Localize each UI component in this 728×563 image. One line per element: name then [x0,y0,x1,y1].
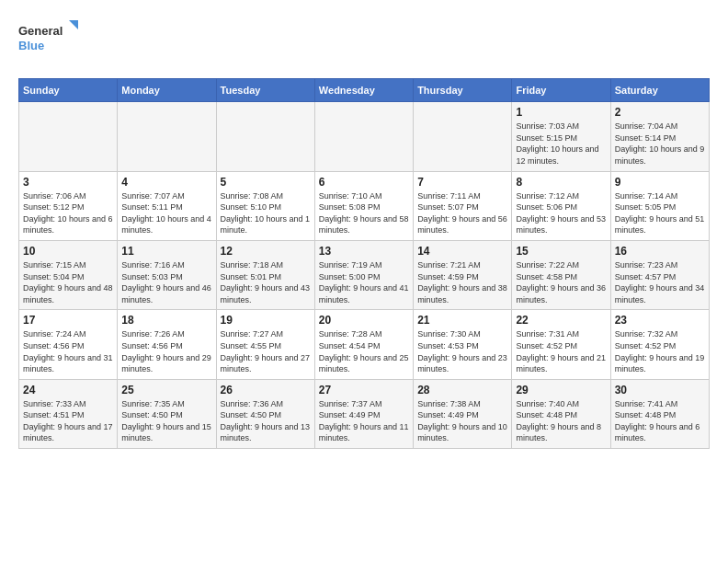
calendar-cell: 2Sunrise: 7:04 AM Sunset: 5:14 PM Daylig… [610,102,709,171]
calendar-body: 1Sunrise: 7:03 AM Sunset: 5:15 PM Daylig… [19,102,710,449]
logo-text: General Blue [18,18,83,63]
day-info: Sunrise: 7:27 AM Sunset: 4:55 PM Dayligh… [221,328,311,374]
day-info: Sunrise: 7:36 AM Sunset: 4:50 PM Dayligh… [221,398,311,444]
day-info: Sunrise: 7:07 AM Sunset: 5:11 PM Dayligh… [121,190,211,236]
day-info: Sunrise: 7:33 AM Sunset: 4:51 PM Dayligh… [23,398,113,444]
day-number: 8 [516,176,606,189]
day-number: 14 [417,245,507,258]
calendar-week-4: 17Sunrise: 7:24 AM Sunset: 4:56 PM Dayli… [19,310,710,379]
day-number: 13 [319,245,409,258]
header-row: SundayMondayTuesdayWednesdayThursdayFrid… [19,79,710,102]
calendar-cell: 10Sunrise: 7:15 AM Sunset: 5:04 PM Dayli… [19,240,118,309]
calendar-cell: 9Sunrise: 7:14 AM Sunset: 5:05 PM Daylig… [610,171,709,240]
calendar-header: SundayMondayTuesdayWednesdayThursdayFrid… [19,79,710,102]
calendar-cell: 17Sunrise: 7:24 AM Sunset: 4:56 PM Dayli… [19,310,118,379]
day-info: Sunrise: 7:26 AM Sunset: 4:56 PM Dayligh… [121,328,211,374]
day-number: 2 [615,106,705,119]
day-info: Sunrise: 7:37 AM Sunset: 4:49 PM Dayligh… [319,398,409,444]
calendar-cell [19,102,118,171]
day-info: Sunrise: 7:03 AM Sunset: 5:15 PM Dayligh… [516,121,606,167]
day-info: Sunrise: 7:15 AM Sunset: 5:04 PM Dayligh… [23,259,113,305]
calendar-cell [216,102,314,171]
svg-text:General: General [18,24,63,38]
column-header-sunday: Sunday [19,79,118,102]
calendar-week-1: 1Sunrise: 7:03 AM Sunset: 5:15 PM Daylig… [19,102,710,171]
day-info: Sunrise: 7:22 AM Sunset: 4:58 PM Dayligh… [516,259,606,305]
calendar-cell: 13Sunrise: 7:19 AM Sunset: 5:00 PM Dayli… [314,240,413,309]
calendar-week-2: 3Sunrise: 7:06 AM Sunset: 5:12 PM Daylig… [19,171,710,240]
day-info: Sunrise: 7:19 AM Sunset: 5:00 PM Dayligh… [319,259,409,305]
day-info: Sunrise: 7:40 AM Sunset: 4:48 PM Dayligh… [516,398,606,444]
calendar-cell: 21Sunrise: 7:30 AM Sunset: 4:53 PM Dayli… [414,310,512,379]
svg-text:Blue: Blue [18,39,44,52]
calendar-cell: 5Sunrise: 7:08 AM Sunset: 5:10 PM Daylig… [216,171,314,240]
calendar-cell [118,102,216,171]
day-info: Sunrise: 7:14 AM Sunset: 5:05 PM Dayligh… [615,190,705,236]
day-number: 6 [319,176,409,189]
day-number: 20 [319,314,409,327]
logo: General Blue [18,18,83,63]
column-header-monday: Monday [118,79,216,102]
logo-svg: General Blue [18,18,83,60]
calendar-cell: 28Sunrise: 7:38 AM Sunset: 4:49 PM Dayli… [414,379,512,448]
column-header-wednesday: Wednesday [314,79,413,102]
svg-marker-2 [69,20,78,29]
calendar-cell: 8Sunrise: 7:12 AM Sunset: 5:06 PM Daylig… [512,171,610,240]
day-number: 16 [615,245,705,258]
calendar-cell: 19Sunrise: 7:27 AM Sunset: 4:55 PM Dayli… [216,310,314,379]
day-number: 11 [121,245,211,258]
day-number: 4 [121,176,211,189]
day-number: 27 [319,384,409,396]
calendar-cell: 18Sunrise: 7:26 AM Sunset: 4:56 PM Dayli… [118,310,216,379]
calendar-cell: 14Sunrise: 7:21 AM Sunset: 4:59 PM Dayli… [414,240,512,309]
calendar-cell: 30Sunrise: 7:41 AM Sunset: 4:48 PM Dayli… [610,379,709,448]
day-number: 1 [516,106,606,119]
calendar-cell: 22Sunrise: 7:31 AM Sunset: 4:52 PM Dayli… [512,310,610,379]
calendar-cell: 11Sunrise: 7:16 AM Sunset: 5:03 PM Dayli… [118,240,216,309]
calendar-cell: 7Sunrise: 7:11 AM Sunset: 5:07 PM Daylig… [414,171,512,240]
calendar-cell: 24Sunrise: 7:33 AM Sunset: 4:51 PM Dayli… [19,379,118,448]
calendar-cell: 23Sunrise: 7:32 AM Sunset: 4:52 PM Dayli… [610,310,709,379]
day-number: 7 [417,176,507,189]
day-number: 17 [23,314,113,327]
calendar-cell: 20Sunrise: 7:28 AM Sunset: 4:54 PM Dayli… [314,310,413,379]
day-number: 22 [516,314,606,327]
day-number: 15 [516,245,606,258]
calendar-table: SundayMondayTuesdayWednesdayThursdayFrid… [18,78,710,449]
calendar-cell [414,102,512,171]
day-info: Sunrise: 7:31 AM Sunset: 4:52 PM Dayligh… [516,328,606,374]
day-number: 24 [23,384,113,396]
day-info: Sunrise: 7:08 AM Sunset: 5:10 PM Dayligh… [221,190,311,236]
day-number: 3 [23,176,113,189]
day-info: Sunrise: 7:10 AM Sunset: 5:08 PM Dayligh… [319,190,409,236]
day-number: 12 [221,245,311,258]
page-header: General Blue [18,18,710,63]
day-info: Sunrise: 7:32 AM Sunset: 4:52 PM Dayligh… [615,328,705,374]
column-header-tuesday: Tuesday [216,79,314,102]
day-info: Sunrise: 7:11 AM Sunset: 5:07 PM Dayligh… [417,190,507,236]
day-info: Sunrise: 7:30 AM Sunset: 4:53 PM Dayligh… [417,328,507,374]
day-number: 19 [221,314,311,327]
calendar-cell: 6Sunrise: 7:10 AM Sunset: 5:08 PM Daylig… [314,171,413,240]
day-number: 26 [221,384,311,396]
day-number: 29 [516,384,606,396]
calendar-week-5: 24Sunrise: 7:33 AM Sunset: 4:51 PM Dayli… [19,379,710,448]
day-info: Sunrise: 7:16 AM Sunset: 5:03 PM Dayligh… [121,259,211,305]
day-info: Sunrise: 7:35 AM Sunset: 4:50 PM Dayligh… [121,398,211,444]
day-number: 28 [417,384,507,396]
calendar-cell: 25Sunrise: 7:35 AM Sunset: 4:50 PM Dayli… [118,379,216,448]
calendar-week-3: 10Sunrise: 7:15 AM Sunset: 5:04 PM Dayli… [19,240,710,309]
day-info: Sunrise: 7:12 AM Sunset: 5:06 PM Dayligh… [516,190,606,236]
calendar-cell: 29Sunrise: 7:40 AM Sunset: 4:48 PM Dayli… [512,379,610,448]
day-number: 9 [615,176,705,189]
day-info: Sunrise: 7:06 AM Sunset: 5:12 PM Dayligh… [23,190,113,236]
calendar-cell [314,102,413,171]
calendar-cell: 26Sunrise: 7:36 AM Sunset: 4:50 PM Dayli… [216,379,314,448]
day-info: Sunrise: 7:24 AM Sunset: 4:56 PM Dayligh… [23,328,113,374]
day-number: 21 [417,314,507,327]
day-number: 25 [121,384,211,396]
day-info: Sunrise: 7:21 AM Sunset: 4:59 PM Dayligh… [417,259,507,305]
column-header-saturday: Saturday [610,79,709,102]
day-number: 23 [615,314,705,327]
column-header-thursday: Thursday [414,79,512,102]
